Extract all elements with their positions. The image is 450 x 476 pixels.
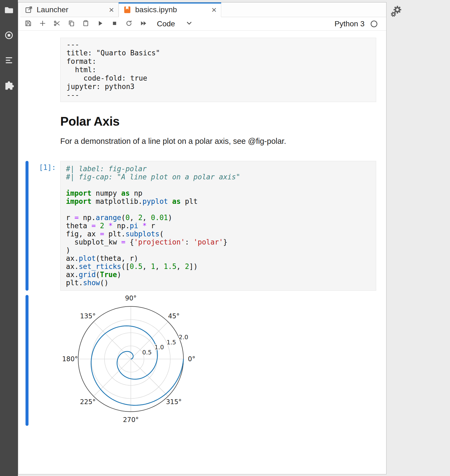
chevron-down-icon xyxy=(186,20,192,28)
theta-tick-label: 270° xyxy=(123,416,139,424)
kernel-name: Python 3 xyxy=(334,20,365,28)
file-browser-button[interactable] xyxy=(4,6,14,16)
running-sessions-icon xyxy=(4,30,14,41)
extensions-button[interactable] xyxy=(4,81,14,91)
r-tick-label: 2.0 xyxy=(179,334,188,341)
running-sessions-button[interactable] xyxy=(4,31,14,41)
jupyterlab-main-panel: Launcher × basics.ipynb × xyxy=(18,2,386,474)
code-cell-collapser[interactable] xyxy=(26,161,28,291)
code-line: #| fig-cap: "A line plot on a polar axis… xyxy=(66,173,370,181)
code-line: fig, ax = plt.subplots( xyxy=(66,230,370,238)
code-line: ) xyxy=(66,246,370,254)
code-line: ax.set_rticks([0.5, 1, 1.5, 2]) xyxy=(66,262,370,271)
extensions-puzzle-icon xyxy=(4,80,14,91)
code-line xyxy=(66,181,370,189)
save-icon xyxy=(24,20,32,28)
launcher-icon xyxy=(25,6,33,14)
insert-cell-button[interactable] xyxy=(37,18,48,30)
raw-cell-editor[interactable]: --- title: "Quarto Basics" format: html:… xyxy=(60,38,376,102)
notebook-icon xyxy=(123,6,131,14)
run-cell-button[interactable] xyxy=(94,18,106,30)
polar-plot-image: 0°45°90°135°180°225°270°315°0.51.01.52.0 xyxy=(61,295,198,425)
code-line: import matplotlib.pyplot as plt xyxy=(66,197,370,205)
output-cell-collapser[interactable] xyxy=(26,295,28,426)
code-line: ax.plot(theta, r) xyxy=(66,254,370,262)
code-cell-execution-count: [1]: xyxy=(28,161,60,291)
theta-tick-label: 180° xyxy=(62,355,78,363)
tab-basics-label: basics.ipynb xyxy=(135,5,177,14)
cell-type-value: Code xyxy=(157,20,175,28)
polar-grid-spoke xyxy=(131,359,168,396)
code-line: plt.show() xyxy=(66,279,370,287)
settings-button[interactable] xyxy=(390,5,402,18)
kernel-indicator[interactable]: Python 3 xyxy=(334,20,382,28)
markdown-cell-prompt xyxy=(28,102,60,155)
clipboard-icon xyxy=(82,20,90,28)
table-of-contents-button[interactable] xyxy=(4,56,14,66)
code-line: ax.grid(True) xyxy=(66,271,370,279)
cell-type-dropdown[interactable]: Code xyxy=(152,18,195,29)
code-line: import numpy as np xyxy=(66,189,370,197)
gears-icon xyxy=(390,14,402,19)
paste-cells-button[interactable] xyxy=(80,18,91,30)
theta-tick-label: 45° xyxy=(168,312,180,320)
kernel-idle-circle-icon xyxy=(370,20,378,28)
stop-icon xyxy=(111,20,118,28)
raw-cell-prompt xyxy=(28,38,60,102)
markdown-cell-collapser[interactable] xyxy=(26,102,28,155)
code-cell: [1]: #| label: fig-polar#| fig-cap: "A l… xyxy=(18,161,386,291)
theta-tick-label: 225° xyxy=(80,398,96,406)
r-tick-label: 1.5 xyxy=(167,339,176,346)
cut-cells-button[interactable] xyxy=(51,18,63,30)
tab-bar: Launcher × basics.ipynb × xyxy=(18,2,386,17)
markdown-paragraph: For a demonstration of a line plot on a … xyxy=(60,137,376,146)
polar-grid-spoke xyxy=(94,322,131,359)
output-area: 0°45°90°135°180°225°270°315°0.51.01.52.0 xyxy=(60,295,376,426)
tab-basics-close-icon[interactable]: × xyxy=(211,5,217,14)
tab-bar-filler xyxy=(221,2,386,17)
tab-launcher-label: Launcher xyxy=(37,5,68,14)
markdown-cell: Polar Axis For a demonstration of a line… xyxy=(18,102,386,155)
table-of-contents-icon xyxy=(4,55,14,66)
theta-tick-label: 135° xyxy=(80,312,96,320)
notebook-toolbar: Code Python 3 xyxy=(18,17,386,31)
run-icon xyxy=(96,20,104,28)
plus-icon xyxy=(39,20,46,28)
r-tick-label: 0.5 xyxy=(142,349,152,356)
scissors-icon xyxy=(53,20,61,28)
copy-cells-button[interactable] xyxy=(66,18,77,30)
output-cell: 0°45°90°135°180°225°270°315°0.51.01.52.0 xyxy=(18,295,386,426)
raw-cell-collapser[interactable] xyxy=(26,38,28,102)
code-line xyxy=(66,205,370,214)
restart-icon xyxy=(125,20,133,28)
theta-tick-label: 90° xyxy=(125,295,137,302)
tab-launcher-close-icon[interactable]: × xyxy=(109,5,114,14)
code-line: r = np.arange(0, 2, 0.01) xyxy=(66,214,370,222)
code-editor[interactable]: #| label: fig-polar#| fig-cap: "A line p… xyxy=(60,161,376,291)
fast-forward-icon xyxy=(140,20,147,28)
save-button[interactable] xyxy=(23,18,34,30)
code-line: subplot_kw = {'projection': 'polar'} xyxy=(66,238,370,246)
output-cell-prompt xyxy=(28,295,60,426)
code-line: theta = 2 * np.pi * r xyxy=(66,222,370,230)
copy-icon xyxy=(68,20,75,28)
activity-bar xyxy=(0,0,18,476)
tab-launcher[interactable]: Launcher × xyxy=(20,2,119,17)
raw-cell: --- title: "Quarto Basics" format: html:… xyxy=(18,38,386,102)
code-line: #| label: fig-polar xyxy=(66,165,370,173)
r-tick-label: 1.0 xyxy=(154,344,164,351)
restart-kernel-button[interactable] xyxy=(123,18,135,30)
markdown-heading: Polar Axis xyxy=(60,114,376,129)
polar-grid-spoke xyxy=(94,359,131,396)
theta-tick-label: 315° xyxy=(166,398,182,406)
restart-run-all-button[interactable] xyxy=(138,18,149,30)
tab-basics-ipynb[interactable]: basics.ipynb × xyxy=(119,2,221,17)
theta-tick-label: 0° xyxy=(188,355,195,363)
interrupt-kernel-button[interactable] xyxy=(109,18,120,30)
notebook-content: --- title: "Quarto Basics" format: html:… xyxy=(18,31,386,474)
folder-icon xyxy=(4,5,14,16)
